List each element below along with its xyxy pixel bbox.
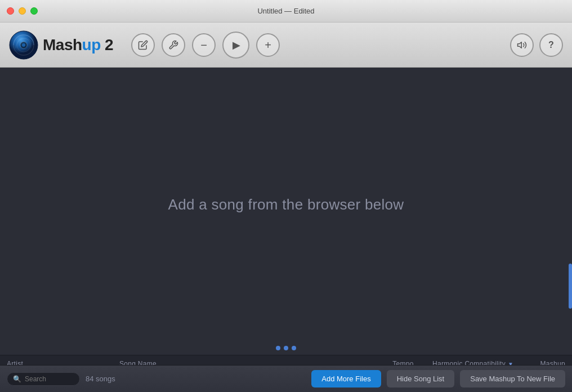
add-files-button[interactable]: Add More Files [311,370,381,387]
window-controls [7,7,38,15]
search-input[interactable] [25,375,70,383]
bottom-bar: 🔍 84 songs Add More Files Hide Song List… [0,365,572,392]
search-box: 🔍 [7,372,80,386]
main-prompt: Add a song from the browser below [168,196,404,213]
plus-icon: + [265,39,271,51]
hide-song-list-button[interactable]: Hide Song List [387,370,455,387]
wrench-icon [168,40,178,50]
increase-button[interactable]: + [256,33,280,57]
titlebar: Untitled — Edited [0,0,572,23]
minus-icon: − [200,39,207,51]
search-icon: 🔍 [13,375,21,383]
window-title: Untitled — Edited [257,7,314,15]
minimize-button[interactable] [19,7,26,15]
dots-indicator [0,341,572,355]
play-button[interactable]: ▶ [222,32,249,59]
edit-button[interactable] [131,33,155,57]
dot-3 [292,346,296,350]
svg-marker-5 [518,42,522,48]
play-icon: ▶ [233,39,240,51]
settings-button[interactable] [162,33,185,57]
maximize-button[interactable] [30,7,38,15]
scrollbar-indicator [569,264,572,309]
dot-1 [276,346,280,350]
save-mashup-button[interactable]: Save Mashup To New File [460,370,565,387]
help-button[interactable]: ? [539,33,563,57]
toolbar: Mashup 2 − ▶ + ? [0,23,572,68]
toolbar-right: ? [510,33,563,57]
decrease-button[interactable]: − [192,33,216,57]
dot-2 [284,346,288,350]
svg-point-4 [22,43,25,47]
help-icon: ? [548,40,554,50]
logo-text: Mashup 2 [43,36,113,54]
edit-icon [138,40,148,50]
logo-area: Mashup 2 [9,30,113,60]
logo-disc-icon [9,30,38,60]
volume-icon [517,40,527,50]
volume-button[interactable] [510,33,534,57]
close-button[interactable] [7,7,14,15]
song-count: 84 songs [86,375,115,383]
main-area: Add a song from the browser below [0,68,572,341]
